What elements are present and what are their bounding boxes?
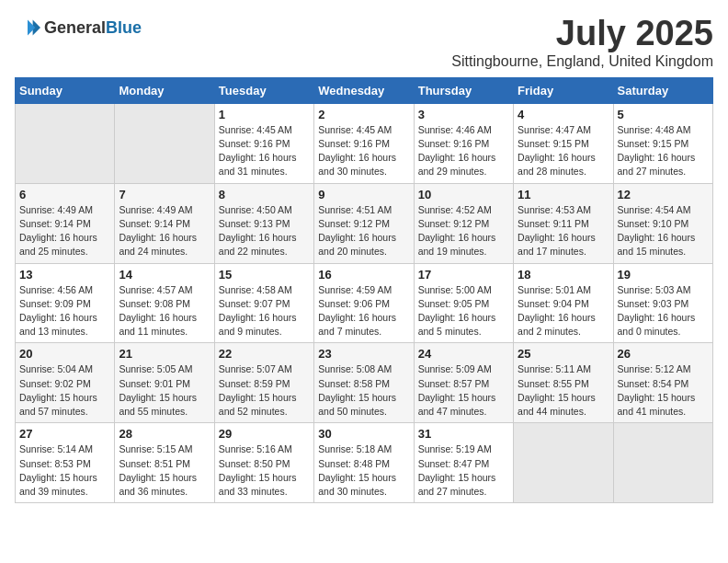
day-detail: Sunrise: 4:56 AM Sunset: 9:09 PM Dayligh… (19, 283, 110, 339)
day-detail: Sunrise: 4:45 AM Sunset: 9:16 PM Dayligh… (219, 123, 310, 179)
day-number: 28 (119, 427, 210, 441)
calendar-title: July 2025 (451, 15, 713, 53)
day-number: 31 (418, 427, 509, 441)
header-row: SundayMondayTuesdayWednesdayThursdayFrid… (16, 77, 713, 103)
day-cell: 17Sunrise: 5:00 AM Sunset: 9:05 PM Dayli… (414, 263, 513, 343)
day-number: 10 (418, 188, 509, 201)
day-cell: 28Sunrise: 5:15 AM Sunset: 8:51 PM Dayli… (115, 423, 214, 503)
day-cell: 5Sunrise: 4:48 AM Sunset: 9:15 PM Daylig… (613, 103, 712, 183)
day-cell: 24Sunrise: 5:09 AM Sunset: 8:57 PM Dayli… (414, 343, 513, 423)
day-detail: Sunrise: 4:52 AM Sunset: 9:12 PM Dayligh… (418, 203, 509, 259)
day-detail: Sunrise: 5:09 AM Sunset: 8:57 PM Dayligh… (418, 362, 509, 419)
day-cell: 8Sunrise: 4:50 AM Sunset: 9:13 PM Daylig… (214, 183, 313, 263)
day-cell: 12Sunrise: 4:54 AM Sunset: 9:10 PM Dayli… (613, 183, 712, 263)
day-detail: Sunrise: 4:58 AM Sunset: 9:07 PM Dayligh… (219, 283, 310, 339)
day-detail: Sunrise: 5:00 AM Sunset: 9:05 PM Dayligh… (418, 283, 509, 339)
day-number: 22 (219, 347, 310, 361)
day-cell: 11Sunrise: 4:53 AM Sunset: 9:11 PM Dayli… (514, 183, 613, 263)
day-detail: Sunrise: 5:05 AM Sunset: 9:01 PM Dayligh… (119, 362, 210, 419)
day-detail: Sunrise: 4:46 AM Sunset: 9:16 PM Dayligh… (418, 123, 509, 179)
day-detail: Sunrise: 4:50 AM Sunset: 9:13 PM Dayligh… (219, 203, 310, 259)
week-row-5: 27Sunrise: 5:14 AM Sunset: 8:53 PM Dayli… (16, 423, 713, 503)
week-row-1: 1Sunrise: 4:45 AM Sunset: 9:16 PM Daylig… (16, 103, 713, 183)
day-cell: 27Sunrise: 5:14 AM Sunset: 8:53 PM Dayli… (16, 423, 115, 503)
day-cell: 10Sunrise: 4:52 AM Sunset: 9:12 PM Dayli… (414, 183, 513, 263)
day-cell: 22Sunrise: 5:07 AM Sunset: 8:59 PM Dayli… (214, 343, 313, 423)
day-cell (115, 103, 214, 183)
day-cell (514, 423, 613, 503)
day-detail: Sunrise: 4:48 AM Sunset: 9:15 PM Dayligh… (618, 123, 709, 179)
day-number: 21 (119, 347, 210, 361)
day-cell: 7Sunrise: 4:49 AM Sunset: 9:14 PM Daylig… (115, 183, 214, 263)
header-cell-tuesday: Tuesday (214, 77, 313, 103)
day-detail: Sunrise: 4:45 AM Sunset: 9:16 PM Dayligh… (318, 123, 409, 179)
day-number: 19 (618, 268, 709, 282)
day-number: 4 (518, 108, 609, 121)
day-cell: 21Sunrise: 5:05 AM Sunset: 9:01 PM Dayli… (115, 343, 214, 423)
day-detail: Sunrise: 4:47 AM Sunset: 9:15 PM Dayligh… (518, 123, 609, 179)
day-cell: 9Sunrise: 4:51 AM Sunset: 9:12 PM Daylig… (314, 183, 414, 263)
day-number: 30 (318, 427, 409, 441)
day-cell: 23Sunrise: 5:08 AM Sunset: 8:58 PM Dayli… (314, 343, 414, 423)
logo: GeneralBlue (15, 15, 142, 40)
title-area: July 2025 Sittingbourne, England, United… (451, 15, 713, 70)
day-cell: 31Sunrise: 5:19 AM Sunset: 8:47 PM Dayli… (414, 423, 513, 503)
day-detail: Sunrise: 5:03 AM Sunset: 9:03 PM Dayligh… (618, 283, 709, 339)
day-detail: Sunrise: 4:59 AM Sunset: 9:06 PM Dayligh… (318, 283, 409, 339)
header-cell-monday: Monday (115, 77, 214, 103)
day-detail: Sunrise: 4:54 AM Sunset: 9:10 PM Dayligh… (618, 203, 709, 259)
day-detail: Sunrise: 5:19 AM Sunset: 8:47 PM Dayligh… (418, 442, 509, 499)
day-number: 25 (518, 347, 609, 361)
day-number: 3 (418, 108, 509, 121)
day-number: 1 (219, 108, 310, 121)
day-detail: Sunrise: 4:57 AM Sunset: 9:08 PM Dayligh… (119, 283, 210, 339)
day-number: 23 (318, 347, 409, 361)
day-detail: Sunrise: 4:49 AM Sunset: 9:14 PM Dayligh… (19, 203, 110, 259)
header-cell-friday: Friday (514, 77, 613, 103)
day-cell: 4Sunrise: 4:47 AM Sunset: 9:15 PM Daylig… (514, 103, 613, 183)
day-number: 11 (518, 188, 609, 201)
day-number: 12 (618, 188, 709, 201)
day-number: 9 (318, 188, 409, 201)
day-detail: Sunrise: 5:11 AM Sunset: 8:55 PM Dayligh… (518, 362, 609, 419)
day-number: 24 (418, 347, 509, 361)
day-number: 16 (318, 268, 409, 282)
week-row-3: 13Sunrise: 4:56 AM Sunset: 9:09 PM Dayli… (16, 263, 713, 343)
day-cell: 14Sunrise: 4:57 AM Sunset: 9:08 PM Dayli… (115, 263, 214, 343)
day-number: 14 (119, 268, 210, 282)
day-number: 18 (518, 268, 609, 282)
header-cell-thursday: Thursday (414, 77, 513, 103)
day-cell: 19Sunrise: 5:03 AM Sunset: 9:03 PM Dayli… (613, 263, 712, 343)
day-number: 13 (19, 268, 110, 282)
day-number: 7 (119, 188, 210, 201)
day-detail: Sunrise: 5:04 AM Sunset: 9:02 PM Dayligh… (19, 362, 110, 419)
day-cell: 1Sunrise: 4:45 AM Sunset: 9:16 PM Daylig… (214, 103, 313, 183)
day-cell: 6Sunrise: 4:49 AM Sunset: 9:14 PM Daylig… (16, 183, 115, 263)
logo-general: GeneralBlue (44, 18, 142, 38)
day-cell (613, 423, 712, 503)
day-cell: 26Sunrise: 5:12 AM Sunset: 8:54 PM Dayli… (613, 343, 712, 423)
day-number: 6 (19, 188, 110, 201)
day-cell: 15Sunrise: 4:58 AM Sunset: 9:07 PM Dayli… (214, 263, 313, 343)
day-cell: 18Sunrise: 5:01 AM Sunset: 9:04 PM Dayli… (514, 263, 613, 343)
day-cell (16, 103, 115, 183)
day-detail: Sunrise: 4:53 AM Sunset: 9:11 PM Dayligh… (518, 203, 609, 259)
calendar-subtitle: Sittingbourne, England, United Kingdom (451, 53, 713, 70)
week-row-2: 6Sunrise: 4:49 AM Sunset: 9:14 PM Daylig… (16, 183, 713, 263)
logo-icon (15, 15, 40, 40)
header-cell-wednesday: Wednesday (314, 77, 414, 103)
week-row-4: 20Sunrise: 5:04 AM Sunset: 9:02 PM Dayli… (16, 343, 713, 423)
day-cell: 29Sunrise: 5:16 AM Sunset: 8:50 PM Dayli… (214, 423, 313, 503)
day-number: 20 (19, 347, 110, 361)
day-number: 17 (418, 268, 509, 282)
day-detail: Sunrise: 5:18 AM Sunset: 8:48 PM Dayligh… (318, 442, 409, 499)
day-detail: Sunrise: 5:14 AM Sunset: 8:53 PM Dayligh… (19, 442, 110, 499)
day-cell: 13Sunrise: 4:56 AM Sunset: 9:09 PM Dayli… (16, 263, 115, 343)
day-cell: 16Sunrise: 4:59 AM Sunset: 9:06 PM Dayli… (314, 263, 414, 343)
day-cell: 20Sunrise: 5:04 AM Sunset: 9:02 PM Dayli… (16, 343, 115, 423)
day-cell: 30Sunrise: 5:18 AM Sunset: 8:48 PM Dayli… (314, 423, 414, 503)
day-detail: Sunrise: 5:07 AM Sunset: 8:59 PM Dayligh… (219, 362, 310, 419)
day-number: 2 (318, 108, 409, 121)
day-detail: Sunrise: 5:15 AM Sunset: 8:51 PM Dayligh… (119, 442, 210, 499)
header-cell-sunday: Sunday (16, 77, 115, 103)
